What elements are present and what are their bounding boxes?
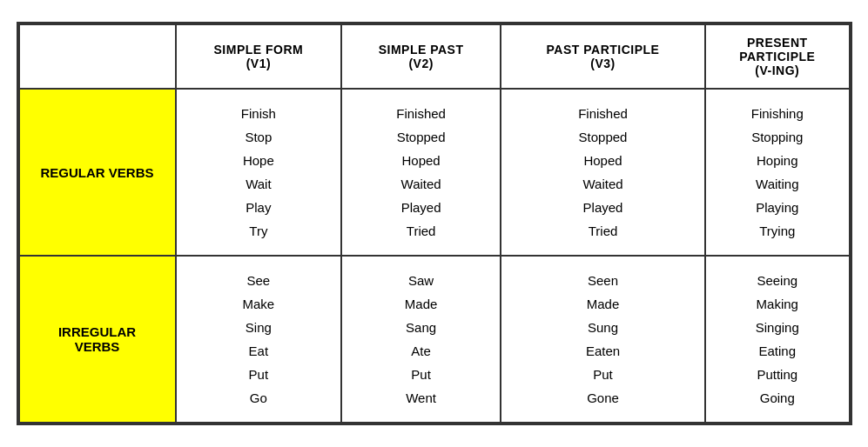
word: Stopping [751,125,803,149]
header-v1: SIMPLE FORM(V1) [176,24,342,89]
word: Gone [587,386,619,410]
verb-table: SIMPLE FORM(V1) SIMPLE PAST(V2) PAST PAR… [18,23,851,424]
ving-cell: SeeingMakingSingingEatingPuttingGoing [705,256,849,423]
word: Hoped [583,149,622,172]
word: Trying [759,219,795,243]
word: Finishing [751,102,804,125]
header-v2: SIMPLE PAST(V2) [341,24,501,89]
v3-cell: FinishedStoppedHopedWaitedPlayedTried [501,89,705,256]
ving-cell: FinishingStoppingHopingWaitingPlayingTry… [705,89,849,256]
v1-cell: FinishStopHopeWaitPlayTry [176,89,342,256]
word: Seeing [757,269,797,292]
word: Finished [396,102,446,125]
word: Finished [578,102,628,125]
word: Finish [241,102,276,125]
word: Play [246,196,271,219]
word: Played [583,196,623,219]
word: Sung [588,316,618,339]
word: Hope [243,149,274,172]
word: Putting [757,363,797,386]
word: Put [249,363,269,386]
word: Hoping [757,149,798,172]
word: Went [406,386,436,410]
word: Stop [245,125,272,149]
word: Seen [588,269,618,292]
word: Made [587,292,620,316]
word: Sing [246,316,272,339]
category-label: REGULAR VERBS [19,89,176,256]
word: Hoped [402,149,441,172]
irregular-verbs-row: IRREGULARVERBSSeeMakeSingEatPutGoSawMade… [19,256,850,423]
word: Go [250,386,267,410]
category-label: IRREGULARVERBS [19,256,176,423]
word: Put [593,363,613,386]
word: Tried [589,219,618,243]
header-ving: PRESENTPARTICIPLE(V-ING) [705,24,849,89]
word: Eat [249,339,269,363]
word: Saw [408,269,434,292]
regular-verbs-row: REGULAR VERBSFinishStopHopeWaitPlayTryFi… [19,89,850,256]
word: Tried [407,219,436,243]
word: See [247,269,271,292]
word: Waited [582,172,622,196]
v1-cell: SeeMakeSingEatPutGo [176,256,342,423]
word: Ate [411,339,431,363]
word: Stopped [397,125,446,149]
word: Try [249,219,267,243]
word: Waited [401,172,441,196]
header-row: SIMPLE FORM(V1) SIMPLE PAST(V2) PAST PAR… [19,24,850,89]
v3-cell: SeenMadeSungEatenPutGone [501,256,705,423]
word: Singing [756,316,799,339]
word: Playing [756,196,798,219]
word: Waiting [756,172,798,196]
word: Making [757,292,798,316]
word: Eating [759,339,797,363]
v2-cell: FinishedStoppedHopedWaitedPlayedTried [341,89,501,256]
word: Sang [406,316,436,339]
word: Going [760,386,795,410]
header-v3: PAST PARTICIPLE(V3) [501,24,705,89]
word: Make [243,292,275,316]
word: Made [405,292,438,316]
v2-cell: SawMadeSangAtePutWent [341,256,501,423]
word: Stopped [579,125,628,149]
word: Eaten [586,339,620,363]
header-category [19,24,176,89]
word: Played [401,196,441,219]
word: Put [411,363,431,386]
word: Wait [246,172,271,196]
verb-table-wrapper: SIMPLE FORM(V1) SIMPLE PAST(V2) PAST PAR… [17,22,852,425]
